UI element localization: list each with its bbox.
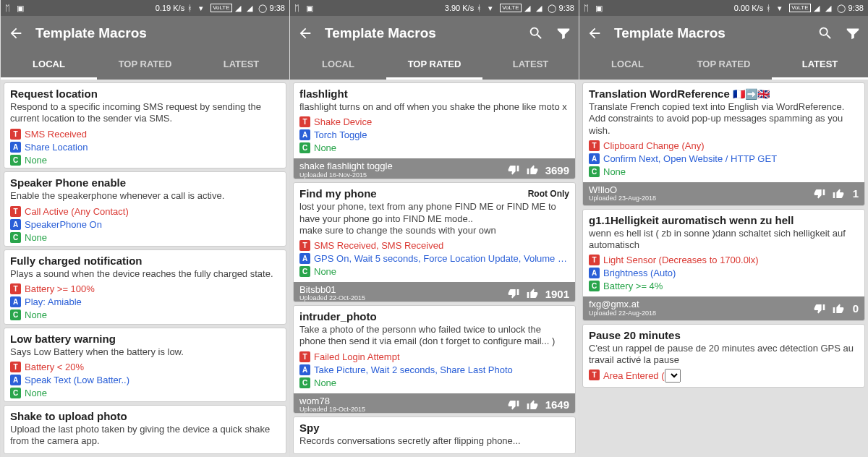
like-count: 0 [851, 302, 859, 315]
app-bar: Template Macros LOCALTOP RATEDLATEST [290, 16, 579, 80]
card-title: Pause 20 minutes [589, 329, 859, 341]
app-icon: ᛖ [5, 4, 14, 12]
tab-local[interactable]: LOCAL [1, 51, 97, 80]
action-text: Confirm Next, Open Website / HTTP GET [603, 153, 777, 165]
constraint-badge: C [10, 155, 21, 166]
macro-card[interactable]: Fully charged notification Plays a sound… [4, 249, 286, 325]
content-list[interactable]: Request location Respond to a specific i… [1, 80, 289, 457]
action-text: GPS On, Wait 5 seconds, Force Location U… [314, 252, 569, 265]
wifi-icon: ▾ [199, 4, 208, 12]
card-footer: wom78 Uploaded 19-Oct-2015 1649 [294, 393, 575, 414]
card-description: Says Low Battery when the battery is low… [10, 346, 280, 358]
trigger-badge: T [10, 283, 21, 294]
macro-card[interactable]: Request location Respond to a specific i… [4, 82, 286, 168]
card-title: Translation WordReference🇫🇷➡️🇬🇧 [589, 87, 859, 100]
network-speed: 0.19 K/s [156, 4, 184, 12]
trigger-text: Battery >= 100% [25, 283, 95, 295]
macro-card[interactable]: Speaker Phone enable Enable the speakerp… [4, 171, 286, 247]
thumb-down-icon[interactable] [814, 303, 825, 315]
constraint-badge: C [299, 377, 310, 388]
thumb-down-icon[interactable] [814, 188, 825, 200]
wifi-icon: ▾ [778, 4, 786, 12]
page-title: Template Macros [614, 25, 806, 41]
network-speed: 0.00 K/s [734, 4, 763, 12]
macro-card[interactable]: flashlight flashlight turns on and off w… [293, 82, 576, 179]
bluetooth-icon: ᚼ [187, 4, 196, 12]
card-footer: shake flashlight toggle Uploaded 16-Nov-… [294, 158, 575, 179]
thumb-up-icon[interactable] [527, 288, 538, 299]
card-footer: W!lloO Uploaded 23-Aug-2018 1 [583, 182, 864, 205]
clock: 9:38 [848, 4, 864, 12]
constraint-text: None [314, 265, 336, 278]
card-title: Fully charged notification [10, 255, 280, 267]
action-badge: A [10, 296, 21, 307]
tab-top rated[interactable]: TOP RATED [676, 51, 772, 80]
tab-local[interactable]: LOCAL [290, 51, 386, 80]
search-icon[interactable] [817, 25, 833, 41]
macro-card[interactable]: Shake to upload photo Upload the last ph… [4, 405, 286, 454]
card-footer: fxg@gmx.at Uploaded 22-Aug-2018 0 [583, 296, 864, 320]
macro-card[interactable]: intruder_photo Take a photo of the perso… [293, 305, 576, 414]
card-description: C'est un rappel de pause de 20 minutes a… [589, 343, 859, 367]
tab-top rated[interactable]: TOP RATED [97, 51, 193, 80]
filter-icon[interactable] [556, 25, 571, 41]
tab-local[interactable]: LOCAL [579, 51, 676, 80]
trigger-text: Area Entered (), 08:00 Mon,Tue,Wed,Thu,F… [603, 369, 681, 383]
volte-icon: VoLTE [210, 4, 231, 12]
card-title: Low battery warning [10, 333, 280, 345]
footer-user: wom78 [299, 396, 508, 406]
back-icon[interactable] [8, 25, 24, 41]
tab-latest[interactable]: LATEST [772, 51, 868, 80]
search-icon[interactable] [528, 25, 544, 41]
trigger-text: Battery < 20% [25, 361, 84, 373]
clock: 9:38 [559, 4, 574, 12]
bluetooth-icon: ᚼ [766, 4, 775, 12]
trigger-text: SMS Received [25, 128, 87, 140]
back-icon[interactable] [587, 25, 603, 41]
back-icon[interactable] [297, 25, 313, 41]
macro-card[interactable]: Translation WordReference🇫🇷➡️🇬🇧 Translat… [582, 82, 865, 206]
tab-top rated[interactable]: TOP RATED [386, 51, 482, 80]
content-list[interactable]: Translation WordReference🇫🇷➡️🇬🇧 Translat… [579, 80, 868, 457]
thumb-up-icon[interactable] [833, 303, 844, 315]
action-badge: A [299, 129, 310, 140]
action-text: Share Location [25, 141, 88, 153]
volte-icon: VoLTE [789, 4, 810, 12]
signal-icon: ◢ [247, 4, 255, 12]
gallery-icon: ▣ [306, 4, 315, 12]
clock: 9:38 [270, 4, 285, 12]
flags-icon: 🇫🇷➡️🇬🇧 [733, 88, 770, 100]
content-list[interactable]: flashlight flashlight turns on and off w… [290, 80, 579, 457]
tab-latest[interactable]: LATEST [482, 51, 579, 80]
status-bar: ᛖ ▣ 0.19 K/s ᚼ ▾ VoLTE ◢ ◢ ◯ 9:38 [1, 0, 289, 16]
thumb-down-icon[interactable] [508, 164, 519, 176]
card-title: flashlight [299, 87, 569, 100]
macro-card[interactable]: Low battery warning Says Low Battery whe… [4, 328, 286, 403]
thumb-up-icon[interactable] [833, 188, 844, 200]
macro-card[interactable]: Spy Records conversations secretly after… [293, 417, 576, 454]
thumb-up-icon[interactable] [527, 164, 538, 176]
app-icon: ᛖ [584, 4, 592, 12]
action-badge: A [589, 268, 600, 278]
thumb-down-icon[interactable] [508, 288, 519, 299]
macro-card[interactable]: Find my phoneRoot Only lost your phone, … [293, 182, 576, 302]
filter-icon[interactable] [845, 25, 861, 41]
tab-latest[interactable]: LATEST [193, 51, 289, 80]
action-text: Torch Toggle [314, 129, 367, 141]
thumb-down-icon[interactable] [508, 399, 519, 411]
tabs: LOCALTOP RATEDLATEST [290, 51, 579, 80]
app-bar: Template Macros LOCALTOP RATEDLATEST [1, 16, 289, 80]
network-speed: 3.90 K/s [445, 4, 474, 12]
constraint-badge: C [589, 281, 600, 291]
thumb-up-icon[interactable] [527, 399, 538, 411]
card-title: Spy [299, 422, 569, 434]
signal-icon: ◢ [825, 4, 834, 12]
footer-user: shake flashlight toggle [299, 161, 508, 171]
macro-card[interactable]: Pause 20 minutes C'est un rappel de paus… [582, 324, 865, 388]
page-title: Template Macros [325, 25, 516, 41]
like-count: 1901 [545, 288, 569, 300]
action-badge: A [299, 253, 310, 264]
macro-card[interactable]: g1.1Helligkeit auromatisch wenn zu hell … [582, 209, 865, 321]
sync-icon: ◯ [837, 4, 846, 12]
trigger-text: Clipboard Change (Any) [603, 140, 704, 152]
